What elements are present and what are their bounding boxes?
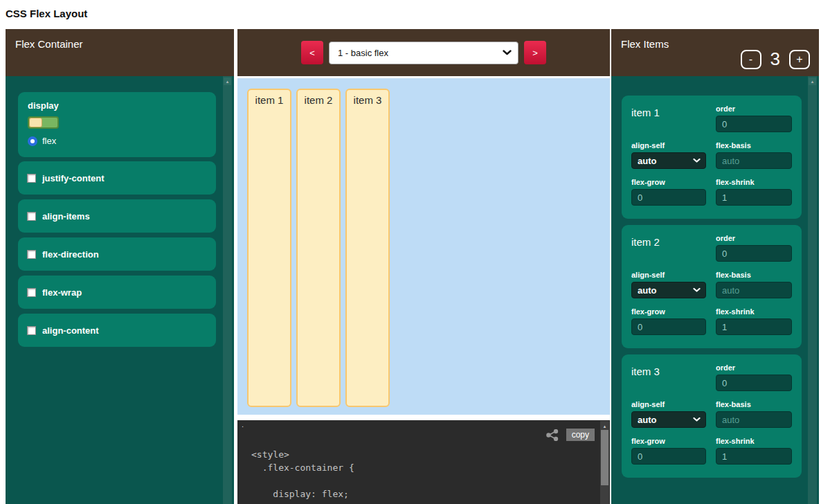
flex-shrink-input[interactable] [716,318,792,335]
flex-container-panel: Flex Container display flex justify-cont… [6,29,234,504]
left-panel-scrollbar[interactable]: ▲ [223,76,232,504]
align-self-select[interactable]: auto [631,282,706,298]
item-name: item 2 [631,234,706,262]
flex-shrink-input[interactable] [716,448,792,465]
property-card-align-content[interactable]: align-content [18,314,216,347]
property-label: justify-content [42,173,105,183]
checkbox-icon[interactable] [27,174,36,183]
code-line: <style> [251,448,354,461]
checkbox-icon[interactable] [27,212,36,221]
right-panel-scrollbar[interactable]: ▲ [808,76,817,504]
flex-basis-field: flex-basis [716,400,792,428]
flex-items-header: Flex Items - 3 + [611,29,819,76]
flex-container-body: display flex justify-content align-item [6,76,234,504]
align-self-label: align-self [631,141,706,150]
next-scenario-button[interactable]: > [524,41,546,64]
checkbox-icon[interactable] [27,250,36,259]
flex-grow-field: flex-grow [631,437,706,465]
order-input[interactable] [716,245,792,262]
align-self-field: align-self auto [631,271,706,298]
display-card: display flex [18,92,216,157]
flex-grow-input[interactable] [631,189,706,206]
code-scrollbar-thumb[interactable] [601,430,608,485]
flex-shrink-field: flex-shrink [716,307,792,335]
flex-grow-field: flex-grow [631,307,706,335]
code-panel: . copy <style> .flex-container { [237,420,610,504]
flex-basis-field: flex-basis [716,271,792,298]
item-counter: - 3 + [741,48,810,70]
display-label: display [28,100,206,111]
add-item-button[interactable]: + [789,50,810,69]
order-field: order [716,234,792,262]
property-label: align-content [42,325,99,336]
flex-container-header: Flex Container [6,29,234,76]
flex-shrink-label: flex-shrink [716,307,792,316]
checkbox-icon[interactable] [27,288,36,297]
code-scrollbar[interactable]: ▲ [600,421,609,504]
share-icon[interactable] [546,429,559,441]
preview-item: item 2 [296,89,341,407]
display-toggle[interactable] [28,116,59,129]
scroll-up-icon[interactable]: ▲ [224,78,231,85]
code-line [251,474,354,487]
code-block: <style> .flex-container { display: flex; [251,448,354,501]
display-flex-radio-row[interactable]: flex [28,136,206,146]
flex-basis-input[interactable] [716,152,792,169]
align-self-label: align-self [631,400,706,408]
preview-item: item 3 [345,89,390,407]
flex-basis-field: flex-basis [716,141,792,169]
scroll-up-icon[interactable]: ▲ [601,422,608,430]
order-label: order [716,105,792,113]
scenario-select-wrap: 1 - basic flex [329,42,518,64]
prev-scenario-button[interactable]: < [301,41,323,64]
flex-preview-area: item 1 item 2 item 3 [237,78,610,415]
flex-grow-field: flex-grow [631,178,706,206]
flex-grow-input[interactable] [631,448,706,465]
scenario-nav: < 1 - basic flex > [237,29,610,76]
flex-shrink-input[interactable] [716,189,792,206]
radio-label: flex [42,136,56,146]
flex-basis-input[interactable] [716,411,792,428]
preview-item: item 1 [247,89,291,407]
align-self-field: align-self auto [631,141,706,169]
flex-basis-label: flex-basis [716,141,792,150]
flex-items-panel: Flex Items - 3 + item 1 order align-self [611,29,819,504]
order-label: order [716,234,792,242]
main-columns: Flex Container display flex justify-cont… [6,29,830,504]
code-toolbar: copy [546,429,595,441]
radio-checked-icon[interactable] [28,136,37,146]
flex-basis-input[interactable] [716,282,792,298]
flex-container-title: Flex Container [15,38,83,50]
property-card-justify-content[interactable]: justify-content [18,161,216,195]
flex-items-title: Flex Items [621,38,669,50]
flex-shrink-field: flex-shrink [716,437,792,465]
scenario-select[interactable]: 1 - basic flex [329,42,518,64]
item-card-3: item 3 order align-self auto [622,354,802,478]
item-name: item 3 [631,363,706,391]
align-self-select[interactable]: auto [631,152,706,169]
code-line: display: flex; [251,487,354,501]
flex-shrink-field: flex-shrink [716,178,792,206]
item-card-2: item 2 order align-self auto [622,225,802,348]
flex-grow-input[interactable] [631,318,706,335]
item-count: 3 [770,48,780,70]
order-label: order [716,363,792,372]
property-card-align-items[interactable]: align-items [18,199,216,233]
item-card-1: item 1 order align-self auto [622,96,802,219]
property-label: flex-wrap [42,287,82,298]
align-self-select[interactable]: auto [631,411,706,428]
checkbox-icon[interactable] [27,326,36,335]
order-field: order [716,105,792,132]
copy-button[interactable]: copy [566,429,595,441]
remove-item-button[interactable]: - [741,50,761,69]
property-card-flex-wrap[interactable]: flex-wrap [18,276,216,309]
property-label: align-items [42,211,90,222]
align-self-field: align-self auto [631,400,706,428]
property-card-flex-direction[interactable]: flex-direction [18,237,216,271]
order-input[interactable] [716,375,792,391]
code-bullet: . [242,420,244,429]
order-field: order [716,363,792,391]
flex-grow-label: flex-grow [631,437,706,445]
order-input[interactable] [716,116,792,132]
scroll-up-icon[interactable]: ▲ [809,78,816,85]
